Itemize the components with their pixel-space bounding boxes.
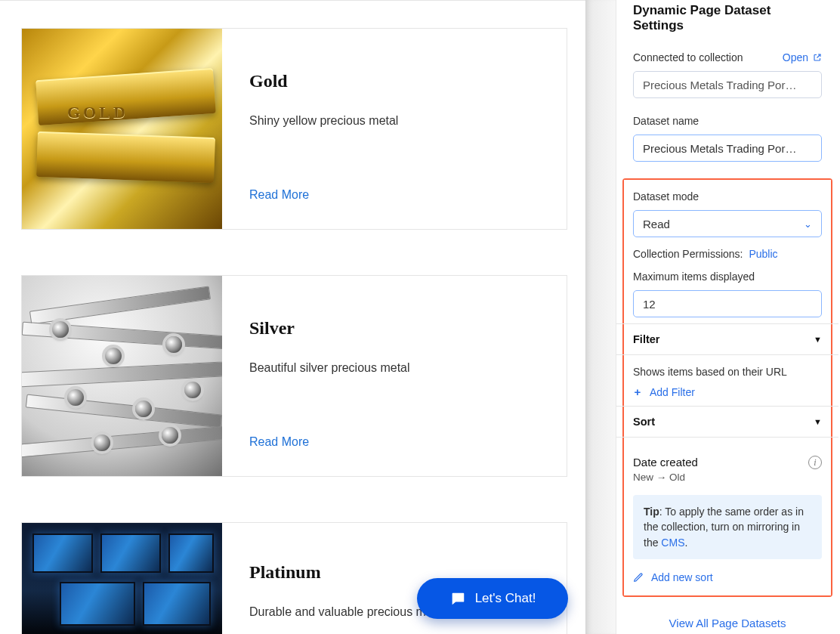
chat-button[interactable]: Let's Chat! [417,578,568,619]
dataset-mode-select[interactable]: Read ⌄ [633,210,822,237]
panel-divider [585,0,616,634]
max-items-label: Maximum items displayed [633,271,822,283]
add-sort-button[interactable]: Add new sort [633,571,713,583]
connected-to-label: Connected to collection [633,51,743,63]
add-filter-button[interactable]: + Add Filter [633,385,695,398]
filter-section-header[interactable]: Filter ▼ [616,323,838,355]
info-icon[interactable]: i [808,456,822,469]
chat-icon [449,590,466,607]
dataset-mode-label: Dataset mode [633,190,822,203]
item-image-silver [22,276,222,476]
connected-collection-field[interactable]: Precious Metals Trading Por… [633,71,822,98]
sort-tip-box: Tip: To apply the same order as in the c… [633,495,822,559]
read-more-link[interactable]: Read More [249,188,541,211]
list-item: Silver Beautiful silver precious metal R… [21,275,567,477]
sort-section-header[interactable]: Sort ▼ [616,406,838,438]
page-preview: GOLD Gold Shiny yellow precious metal Re… [0,0,585,634]
open-collection-link[interactable]: Open [783,51,822,63]
pencil-icon [633,572,644,583]
list-item: GOLD Gold Shiny yellow precious metal Re… [21,28,567,230]
caret-down-icon: ▼ [814,335,822,344]
item-image-gold: GOLD [22,29,222,229]
chevron-down-icon: ⌄ [804,218,812,230]
item-description: Beautiful silver precious metal [249,361,541,375]
max-items-input[interactable]: 12 [633,290,822,317]
highlighted-settings-section: Dataset mode Read ⌄ Collection Permissio… [622,178,832,597]
filter-description: Shows items based on their URL [633,366,822,378]
dataset-name-input[interactable]: Precious Metals Trading Por… [633,135,822,162]
permissions-label: Collection Permissions: [633,248,743,260]
settings-panel: Dynamic Page Dataset Settings Connected … [616,0,840,634]
sort-field-label: Date created [633,456,698,469]
cms-link[interactable]: CMS [661,537,684,549]
item-title: Gold [249,71,541,91]
sort-direction-label: New → Old [633,472,698,483]
plus-icon: + [633,385,642,398]
view-all-datasets-link[interactable]: View All Page Datasets [633,617,822,629]
panel-title: Dynamic Page Dataset Settings [633,3,822,33]
external-link-icon [813,53,822,62]
dataset-name-label: Dataset name [633,115,822,127]
caret-down-icon: ▼ [814,417,822,426]
read-more-link[interactable]: Read More [249,435,541,458]
item-title: Silver [249,318,541,339]
permissions-value-link[interactable]: Public [749,248,777,260]
item-description: Shiny yellow precious metal [249,114,541,128]
item-image-platinum [22,523,222,634]
